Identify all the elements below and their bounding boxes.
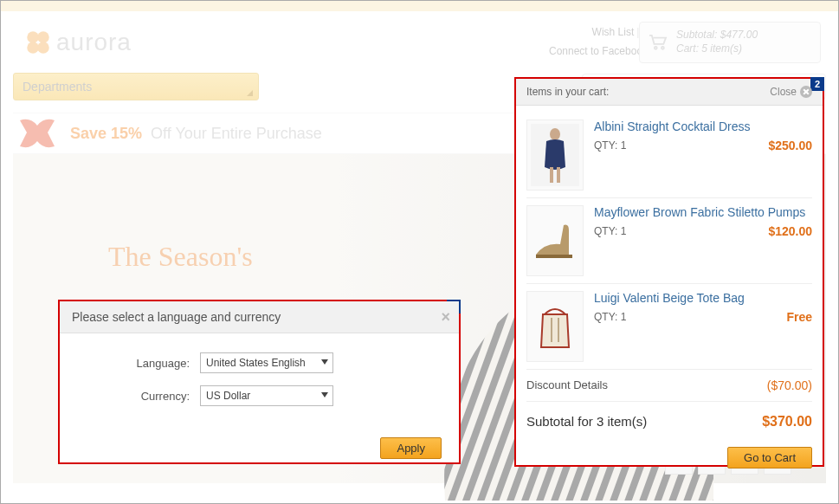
hero-headline: The Season's (108, 241, 253, 273)
cart-subtotal-label: Subtotal: (676, 29, 717, 41)
svg-point-2 (27, 42, 39, 54)
price-text: Free (786, 310, 812, 324)
go-to-cart-button[interactable]: Go to Cart (727, 447, 812, 468)
cart-item: Mayflower Brown Fabric Stiletto Pumps QT… (526, 198, 812, 284)
qty-text: QTY: 1 (594, 139, 626, 152)
dialog-title: Please select a language and currency (72, 310, 281, 324)
product-thumb[interactable] (526, 205, 584, 276)
close-button[interactable]: Close (770, 86, 812, 98)
currency-select[interactable]: US Dollar (200, 385, 333, 406)
price-text: $120.00 (768, 224, 812, 238)
chevron-down-icon (247, 90, 253, 96)
qty-text: QTY: 1 (594, 225, 626, 237)
discount-label: Discount Details (526, 378, 608, 392)
logo-icon (23, 28, 53, 57)
close-icon[interactable]: × (441, 308, 450, 326)
language-label: Language: (77, 357, 190, 370)
product-name[interactable]: Albini Straight Cocktail Dress (594, 120, 812, 133)
cart-items-count: Cart: 5 item(s) (676, 42, 758, 56)
apply-button[interactable]: Apply (380, 437, 442, 459)
currency-label: Currency: (77, 390, 190, 403)
logo[interactable]: aurora (23, 28, 132, 57)
minicart-title: Items in your cart: (526, 86, 609, 98)
wishlist-link[interactable]: Wish List (592, 26, 635, 38)
chevron-down-icon (321, 392, 328, 397)
language-currency-dialog: 1 Please select a language and currency … (58, 300, 461, 464)
qty-text: QTY: 1 (594, 311, 626, 323)
svg-point-0 (27, 31, 39, 43)
logo-text: aurora (56, 29, 132, 56)
product-name[interactable]: Mayflower Brown Fabric Stiletto Pumps (594, 205, 812, 219)
svg-rect-12 (557, 167, 560, 183)
subtotal-value: $370.00 (762, 414, 812, 430)
cart-icon (649, 35, 668, 50)
mini-cart: 2 Items in your cart: Close Albini Strai… (514, 77, 824, 467)
cart-item: Albini Straight Cocktail Dress QTY: 1 $2… (526, 113, 812, 198)
product-thumb[interactable] (526, 120, 584, 191)
price-text: $250.00 (768, 139, 812, 152)
subtotal-label: Subtotal for 3 item(s) (526, 414, 647, 430)
close-icon (800, 86, 812, 98)
facebook-link[interactable]: Connect to Facebook (549, 45, 648, 57)
departments-label: Departments (23, 80, 92, 94)
svg-point-1 (37, 31, 49, 43)
product-thumb[interactable] (526, 291, 584, 362)
svg-rect-13 (531, 210, 579, 272)
svg-point-10 (550, 128, 560, 140)
cart-item: Luigi Valenti Beige Tote Bag QTY: 1 Free (526, 284, 812, 370)
callout-badge-2: 2 (810, 77, 824, 91)
svg-point-3 (37, 42, 49, 54)
departments-menu[interactable]: Departments (13, 73, 259, 100)
product-name[interactable]: Luigi Valenti Beige Tote Bag (594, 291, 812, 305)
cart-summary[interactable]: Subtotal: $477.00 Cart: 5 item(s) (639, 22, 821, 63)
svg-point-5 (662, 47, 664, 49)
discount-value: ($70.00) (767, 378, 812, 392)
svg-rect-11 (550, 167, 553, 183)
chevron-down-icon (321, 359, 328, 365)
ribbon-icon (13, 113, 61, 153)
svg-point-4 (655, 47, 657, 49)
cart-subtotal-value: $477.00 (720, 29, 758, 41)
language-select[interactable]: United States English (200, 352, 333, 373)
